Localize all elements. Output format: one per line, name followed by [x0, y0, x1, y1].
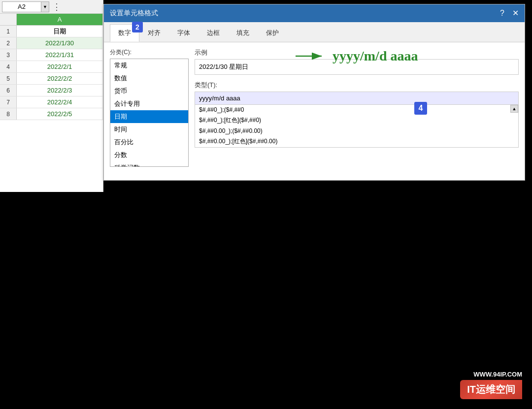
- dialog-overlay: 设置单元格格式 ? ✕ 数字 2 对齐 字体 边框 填充: [0, 0, 532, 192]
- bottom-black-area: [0, 192, 532, 409]
- watermark-url: WWW.94IP.COM: [460, 371, 522, 378]
- tab-number[interactable]: 数字 2: [110, 24, 139, 42]
- category-item-fraction[interactable]: 分数: [110, 149, 188, 161]
- category-item-date[interactable]: 日期: [110, 110, 188, 123]
- example-section: 示例 2022/1/30 星期日: [195, 48, 519, 75]
- list-item[interactable]: $#,##0_);[红色]($#,##0): [195, 115, 518, 126]
- example-value: 2022/1/30 星期日: [195, 59, 519, 75]
- tab-border[interactable]: 边框: [199, 24, 228, 42]
- category-item-general[interactable]: 常规: [110, 59, 188, 72]
- scroll-up-icon[interactable]: ▲: [510, 105, 518, 113]
- category-panel: 分类(C): 常规 数值 货币 会计专用 日期 时间 百分比 分数 科学记数 文…: [110, 48, 189, 174]
- list-item[interactable]: $#,##0.00_);($#,##0.00): [195, 126, 518, 136]
- right-panel: 示例 2022/1/30 星期日 类型(T): $#,##0_);($#,##0…: [195, 48, 519, 174]
- step-badge-2: 2: [132, 22, 143, 32]
- list-item[interactable]: $#,##0.00_);[红色]($#,##0.00): [195, 136, 518, 147]
- watermark-brand: IT运维空间: [460, 380, 522, 399]
- category-item-currency[interactable]: 货币: [110, 85, 188, 97]
- type-section: 类型(T): $#,##0_);($#,##0 $#,##0_);[红色]($#…: [195, 81, 519, 148]
- example-label: 示例: [195, 48, 519, 57]
- step-badge-4: 4: [414, 102, 427, 115]
- dialog-body: 分类(C): 常规 数值 货币 会计专用 日期 时间 百分比 分数 科学记数 文…: [104, 42, 525, 180]
- dialog-close-button[interactable]: ✕: [512, 9, 519, 17]
- type-input[interactable]: [195, 92, 519, 105]
- tab-align[interactable]: 对齐: [139, 24, 169, 42]
- category-item-number[interactable]: 数值: [110, 72, 188, 85]
- category-item-percent[interactable]: 百分比: [110, 136, 188, 149]
- dialog-titlebar: 设置单元格格式 ? ✕: [104, 4, 525, 22]
- category-item-time[interactable]: 时间: [110, 123, 188, 136]
- dialog-controls: ? ✕: [500, 9, 519, 17]
- type-label: 类型(T):: [195, 81, 519, 90]
- dialog-help-button[interactable]: ?: [500, 9, 504, 17]
- watermark: WWW.94IP.COM IT运维空间: [460, 371, 522, 399]
- category-item-accounting[interactable]: 会计专用: [110, 97, 188, 110]
- dialog-title: 设置单元格格式: [110, 9, 158, 18]
- format-cells-dialog: 设置单元格格式 ? ✕ 数字 2 对齐 字体 边框 填充: [103, 4, 525, 181]
- category-list[interactable]: 常规 数值 货币 会计专用 日期 时间 百分比 分数 科学记数 文本: [110, 59, 189, 167]
- list-item[interactable]: $#,##0_);($#,##0: [195, 105, 518, 115]
- tab-font[interactable]: 字体: [169, 24, 199, 42]
- tab-fill[interactable]: 填充: [228, 24, 258, 42]
- category-label: 分类(C):: [110, 48, 189, 57]
- dialog-tabs: 数字 2 对齐 字体 边框 填充 保护: [104, 22, 525, 42]
- category-item-scientific[interactable]: 科学记数: [110, 161, 188, 167]
- type-list[interactable]: $#,##0_);($#,##0 $#,##0_);[红色]($#,##0) $…: [195, 105, 519, 148]
- tab-protect[interactable]: 保护: [258, 24, 287, 42]
